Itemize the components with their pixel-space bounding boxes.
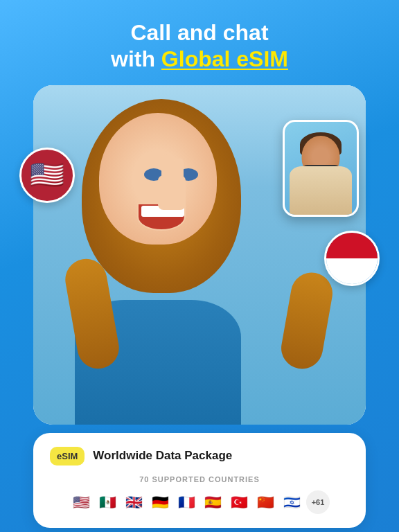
info-card: eSIM Worldwide Data Package 70 SUPPORTED… xyxy=(33,433,366,528)
header-line2: with xyxy=(111,46,161,71)
header-line1: Call and chat xyxy=(130,20,268,45)
flag-indonesia-bottom xyxy=(326,258,378,284)
flag-cn: 🇨🇳 xyxy=(254,490,277,514)
flag-indonesia xyxy=(324,231,380,286)
video-thumbnail xyxy=(283,120,359,217)
countries-label: 70 SUPPORTED COUNTRIES xyxy=(50,475,349,484)
hand-palm xyxy=(158,175,186,210)
flag-usa: 🇺🇸 xyxy=(19,148,75,203)
more-countries-badge[interactable]: +61 xyxy=(306,490,330,514)
flag-tr: 🇹🇷 xyxy=(227,490,251,514)
flags-row: 🇺🇸 🇲🇽 🇬🇧 🇩🇪 🇫🇷 🇪🇸 🇹🇷 🇨🇳 🇮🇱 +61 xyxy=(50,490,349,514)
header: Call and chat with Global eSIM xyxy=(97,0,302,85)
hair-strand-right xyxy=(278,269,335,372)
photo-card: 🇺🇸 xyxy=(33,85,366,425)
header-highlight: Global eSIM xyxy=(161,46,288,71)
esim-badge: eSIM xyxy=(50,447,85,466)
flag-mx: 🇲🇽 xyxy=(96,490,119,514)
flag-es: 🇪🇸 xyxy=(201,490,224,514)
flag-de: 🇩🇪 xyxy=(148,490,172,514)
flag-us: 🇺🇸 xyxy=(69,490,93,514)
flag-il: 🇮🇱 xyxy=(280,490,303,514)
man-body xyxy=(290,166,352,215)
main-card-wrapper: 🇺🇸 eSIM Worldwide Data Package 70 SUPPOR… xyxy=(33,85,366,532)
peace-hand xyxy=(151,154,193,210)
esim-title: Worldwide Data Package xyxy=(93,449,232,463)
flag-indonesia-top xyxy=(326,233,378,258)
flag-gb: 🇬🇧 xyxy=(122,490,145,514)
flag-fr: 🇫🇷 xyxy=(175,490,198,514)
esim-row: eSIM Worldwide Data Package xyxy=(50,447,349,466)
